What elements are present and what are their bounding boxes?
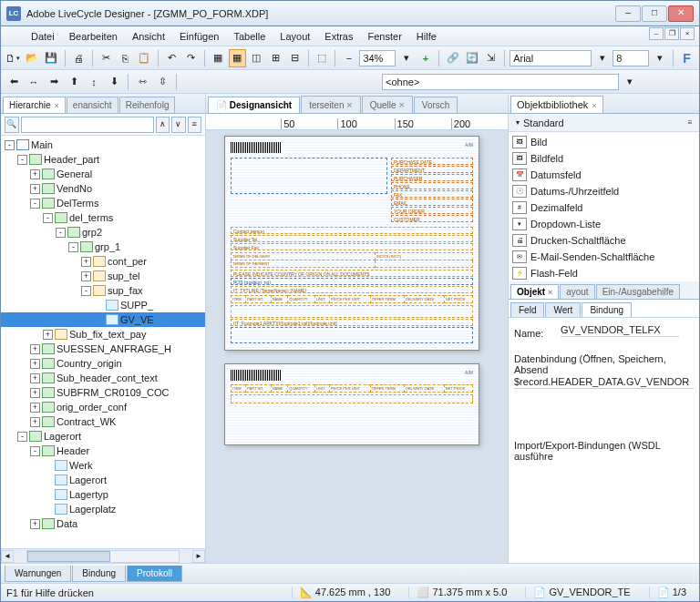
tree-node[interactable]: -grp2 [1,225,205,240]
sub-tab-wert[interactable]: Wert [545,302,581,317]
cut-button[interactable]: ✂ [98,49,115,67]
expand-icon[interactable]: + [81,271,91,281]
menu-fenster[interactable]: Fenster [362,28,408,45]
form-field[interactable]: Contact person [231,227,473,234]
expand-icon[interactable]: + [30,359,40,369]
form-field[interactable]: CUSTOMER [391,215,473,222]
align-right-button[interactable]: ➡ [45,73,63,91]
expand-icon[interactable]: - [68,242,78,252]
dist-v-button[interactable]: ⇳ [153,73,171,91]
tree-node[interactable]: -Header [1,444,205,458]
zoom-in-button[interactable]: + [417,49,434,67]
zoom-out-button[interactable]: − [340,49,357,67]
expand-icon[interactable] [43,461,53,471]
align-middle-button[interactable]: ↕ [85,73,103,91]
menu-datei[interactable]: Datei [25,28,61,45]
bottom-tab-warnungen[interactable]: Warnungen [5,566,71,582]
paste-button[interactable]: 📋 [136,49,153,67]
form-page-2[interactable]: A/M ITEMPART NO.NAMEQUANTITYUNITPRICE PE… [224,363,479,445]
expand-icon[interactable] [94,315,104,325]
library-item[interactable]: ▾Dropdown-Liste [510,216,697,232]
expand-icon[interactable]: + [30,417,40,427]
form-field[interactable]: PURCHASE DATE [391,158,473,165]
expand-icon[interactable]: + [30,373,40,383]
library-item[interactable]: 🕒Datums-/Uhrzeitfeld [510,183,697,199]
tree-node[interactable]: +SUBFRM_CR0109_COC [1,385,205,400]
tree-node[interactable]: +orig_order_conf [1,400,205,414]
tree-node[interactable]: -Lagerort [1,429,205,444]
align-center-button[interactable]: ↔ [25,73,43,91]
sub-tab-bindung[interactable]: Bindung [582,302,632,317]
bottom-tab-bindung[interactable]: Bindung [72,566,126,582]
panel-tab-objekt[interactable]: Objekt × [510,284,559,299]
form-field[interactable]: YOUR ORDER [391,207,473,214]
bottom-tab-protokoll[interactable]: Protokoll [127,566,182,582]
sub-tab-feld[interactable]: Feld [510,302,544,317]
copy-button[interactable]: ⎘ [117,49,134,67]
library-item[interactable]: 📅Datumsfeld [510,167,697,183]
expand-icon[interactable] [43,475,53,485]
tab-order-button[interactable]: ⬚ [313,49,330,67]
tree-node[interactable]: -Header_part [1,152,205,167]
menu-extras[interactable]: Extras [318,28,359,45]
form-field[interactable]: Supplier Fax [231,243,473,250]
zoom-input[interactable] [359,50,396,66]
search-next-button[interactable]: ∨ [171,117,186,133]
para-dropdown[interactable]: ▾ [621,73,639,91]
group-button[interactable]: ⊞ [267,49,284,67]
maximize-button[interactable]: □ [642,5,667,22]
menu-bearbeiten[interactable]: Bearbeiten [63,28,124,45]
align-left-button[interactable]: ⬅ [5,73,23,91]
tree-node[interactable]: -Main [1,138,205,152]
form-field[interactable]: PHONE [391,182,473,189]
tab-reihenfolg[interactable]: Reihenfolg [119,97,176,113]
tree-node[interactable]: +VendNo [1,181,205,196]
open-button[interactable]: 📂 [24,49,41,67]
tab-enansicht[interactable]: enansicht [67,97,118,113]
hierarchy-tree[interactable]: -Main-Header_part+General+VendNo-DelTerm… [1,136,205,548]
tree-node[interactable]: -DelTerms [1,196,205,210]
library-category-header[interactable]: ▾ Standard ≡ [509,114,699,132]
scroll-left-button[interactable]: ◄ [1,550,14,563]
form-field[interactable]: PURCHASER [391,174,473,181]
library-item[interactable]: #Dezimalfeld [510,199,697,216]
minimize-button[interactable]: – [615,5,641,22]
prop-name-value[interactable]: GV_VENDOR_TELFX [561,323,679,337]
tree-node[interactable]: -sup_fax [1,283,205,298]
link-button[interactable]: 🔗 [444,49,461,67]
library-item[interactable]: 🖼Bildfeld [510,150,697,167]
undo-button[interactable]: ↶ [163,49,180,67]
form-field[interactable]: EMAIL [391,199,473,206]
new-button[interactable]: 🗋▾ [5,49,22,67]
object-library[interactable]: 🖼Bild🖼Bildfeld📅Datumsfeld🕒Datums-/Uhrzei… [509,132,699,281]
ungroup-button[interactable]: ⊟ [286,49,304,67]
close-button[interactable]: ✕ [668,5,694,22]
expand-icon[interactable]: - [30,199,40,209]
grid-button[interactable]: ▦ [210,49,227,67]
font-dropdown[interactable]: ▾ [593,49,611,67]
tree-node[interactable]: +Contract_WK [1,414,205,429]
para-style-select[interactable] [382,74,619,90]
font-select[interactable] [510,50,592,66]
tree-node[interactable]: +Country_origin [1,356,205,371]
expand-icon[interactable]: + [30,169,40,179]
panel-tab-ein-/ausgabehilfe[interactable]: Ein-/Ausgabehilfe [596,284,680,299]
scroll-thumb[interactable] [27,551,110,562]
expand-icon[interactable]: + [43,330,53,340]
tab-objektbibliothek[interactable]: Objektbibliothek× [510,96,603,113]
tab-hierarchie[interactable]: Hierarchie× [3,97,66,113]
expand-icon[interactable] [94,301,104,311]
font-size-dropdown[interactable]: ▾ [651,49,668,67]
expand-icon[interactable]: + [81,257,91,267]
library-item[interactable]: ✉E-Mail-Senden-Schaltfläche [510,249,697,265]
tree-node[interactable]: Werk [1,458,205,473]
grid2-button[interactable]: ▦ [229,49,246,67]
align-bottom-button[interactable]: ⬇ [105,73,123,91]
expand-icon[interactable]: + [30,519,40,529]
mdi-minimize-button[interactable]: – [649,27,664,40]
expand-icon[interactable]: - [43,213,53,223]
prop-binding-value[interactable]: $record.HEADER_DATA.GV_VENDOR [514,375,694,389]
expand-icon[interactable] [43,490,53,500]
menu-einfügen[interactable]: Einfügen [173,28,225,45]
menu-ansicht[interactable]: Ansicht [126,28,171,45]
